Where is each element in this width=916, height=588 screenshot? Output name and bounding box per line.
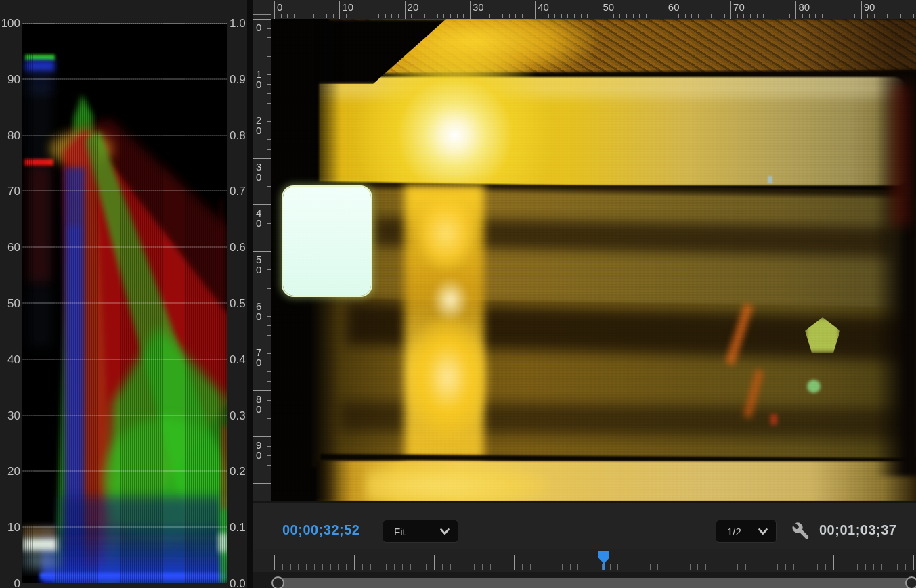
tick — [506, 564, 506, 570]
tick — [685, 14, 686, 18]
scope-right-axis-label: 0.5 — [230, 298, 248, 309]
tick — [745, 564, 746, 570]
tick — [418, 564, 418, 570]
vertical-ruler-label: 9 0 — [256, 440, 261, 460]
tick — [320, 14, 320, 18]
tick — [267, 261, 271, 261]
tick — [757, 14, 758, 18]
tick — [724, 14, 725, 18]
tick — [267, 196, 271, 196]
tick — [754, 555, 754, 570]
tick — [653, 14, 653, 18]
scope-left-axis-label: 60 — [0, 242, 20, 253]
vertical-ruler-label: 6 0 — [256, 301, 261, 321]
tick — [514, 555, 515, 570]
tick — [554, 564, 554, 570]
tick — [633, 14, 634, 18]
vertical-ruler[interactable]: 01 02 03 04 05 06 07 08 09 0 — [253, 19, 272, 501]
tick — [391, 14, 392, 18]
tick — [490, 564, 491, 570]
tick — [267, 446, 271, 447]
tick — [418, 14, 418, 18]
vertical-ruler-label: 8 0 — [256, 394, 261, 414]
tick — [829, 14, 829, 18]
tick — [810, 564, 810, 570]
mini-timeline-ruler[interactable] — [253, 549, 916, 572]
tick — [894, 14, 894, 18]
tick — [554, 14, 555, 18]
tick — [366, 14, 366, 18]
tick — [267, 93, 271, 94]
app-window: 1009080706050403020100 1.00.90.80.70.60.… — [0, 0, 916, 588]
horizontal-ruler[interactable]: 0102030405060708090 — [271, 0, 916, 19]
tick — [489, 14, 490, 18]
tick — [530, 564, 531, 570]
tick — [874, 14, 875, 18]
tick — [750, 14, 751, 18]
tick — [267, 371, 271, 372]
tick — [267, 214, 271, 214]
tick — [322, 564, 323, 570]
tick — [594, 14, 594, 18]
tick — [274, 1, 275, 19]
tick — [267, 381, 271, 382]
tick — [730, 1, 731, 19]
tick — [542, 14, 542, 18]
tick — [426, 564, 427, 570]
tick — [267, 325, 271, 326]
zoom-level-dropdown[interactable]: Fit — [383, 520, 458, 543]
scrollbar-zoom-handle-right[interactable] — [905, 576, 916, 588]
tick — [330, 564, 331, 570]
tick — [267, 37, 271, 38]
tick — [570, 564, 571, 570]
tick — [698, 14, 699, 18]
tick — [802, 564, 802, 570]
tick — [290, 564, 291, 570]
chevron-down-icon — [758, 528, 768, 535]
tick — [253, 344, 271, 344]
tick — [613, 14, 614, 18]
tick — [730, 564, 730, 570]
tick — [294, 14, 295, 18]
tick — [267, 47, 271, 47]
tick — [809, 14, 810, 18]
film-grain-overlay — [271, 19, 916, 501]
tick — [253, 66, 271, 66]
tick — [470, 1, 471, 19]
tick — [267, 131, 271, 131]
tick — [674, 555, 674, 570]
chevron-down-icon — [440, 528, 450, 535]
tick — [253, 390, 271, 391]
tick — [298, 564, 299, 570]
scrollbar-zoom-handle-left[interactable] — [271, 576, 284, 588]
scope-right-axis-label: 0.0 — [230, 578, 248, 588]
tick — [354, 555, 355, 570]
tick — [602, 564, 603, 570]
waveform-scope-panel: 1009080706050403020100 1.00.90.80.70.60.… — [0, 0, 247, 588]
tick — [789, 14, 790, 18]
tick — [482, 564, 483, 570]
tick — [743, 14, 744, 18]
tick — [659, 14, 659, 18]
tick — [690, 564, 691, 570]
tick — [682, 564, 682, 570]
playback-resolution-dropdown[interactable]: 1/2 — [716, 520, 777, 543]
tick — [253, 158, 271, 159]
tick — [267, 409, 271, 409]
tick — [718, 14, 718, 18]
horizontal-ruler-label: 0 — [277, 2, 282, 12]
scope-right-axis-label: 0.8 — [230, 130, 248, 141]
tick — [267, 74, 271, 75]
tick — [705, 14, 705, 18]
current-timecode[interactable]: 00;00;32;52 — [282, 522, 359, 538]
tick — [626, 14, 627, 18]
waveform-scope-canvas — [22, 23, 227, 583]
tick — [394, 564, 395, 570]
panel-divider[interactable] — [247, 0, 253, 588]
horizontal-scrollbar[interactable] — [278, 578, 912, 588]
scope-left-axis-label: 40 — [0, 354, 20, 365]
tick — [267, 335, 271, 336]
wrench-icon[interactable] — [791, 521, 811, 541]
scope-right-axis-label: 0.3 — [230, 410, 248, 422]
program-monitor-video[interactable] — [271, 19, 916, 501]
